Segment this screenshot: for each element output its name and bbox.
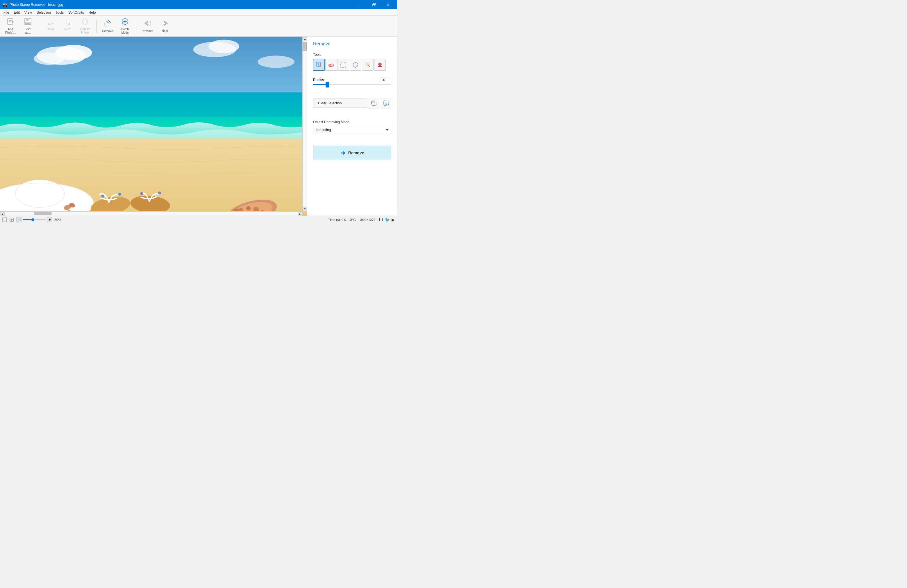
- selection-actions-section: Clear Selection: [307, 95, 397, 117]
- clear-selection-button[interactable]: Clear Selection: [313, 99, 367, 108]
- scroll-left-button[interactable]: ◄: [0, 211, 5, 216]
- undo-button[interactable]: ↩ Undo: [42, 18, 58, 35]
- save-as-button[interactable]: Saveas...: [20, 18, 36, 35]
- rect-select-tool[interactable]: [338, 59, 349, 70]
- status-icons: ℹ f 🐦 ▶: [379, 218, 395, 222]
- svg-rect-9: [26, 22, 30, 24]
- right-panel: Remove Tools: [307, 37, 397, 216]
- toolbar: AddFile(s)... Saveas... ↩ Undo ↪ Redo: [0, 16, 397, 37]
- scroll-track-h: [5, 211, 298, 216]
- scroll-right-button[interactable]: ►: [298, 211, 302, 216]
- svg-rect-7: [28, 19, 29, 21]
- redo-label: Redo: [64, 27, 71, 31]
- svg-point-48: [246, 206, 251, 210]
- svg-point-56: [319, 64, 320, 66]
- radius-row: Radius: [313, 78, 391, 82]
- mode-select[interactable]: Inpainting Texture Synthesis Smear: [313, 126, 391, 134]
- object-removing-mode-label: Object Removing Mode: [313, 120, 391, 124]
- menu-edit[interactable]: Edit: [11, 10, 22, 15]
- add-files-button[interactable]: AddFile(s)...: [2, 18, 19, 35]
- batch-mode-label: BatchMode: [121, 27, 129, 35]
- horizontal-scrollbar[interactable]: ◄ ►: [0, 211, 302, 216]
- menu-softorbits[interactable]: SoftOrbits: [66, 10, 86, 15]
- title-bar: 📷 Photo Stamp Remover - beach.jpg – 🗗 ✕: [0, 0, 397, 9]
- remove-toolbar-label: Remove: [102, 29, 113, 33]
- menu-bar: File Edit View Selection Tools SoftOrbit…: [0, 9, 397, 16]
- tools-section: Tools: [307, 49, 397, 74]
- add-files-icon: [6, 18, 14, 27]
- twitter-icon[interactable]: 🐦: [385, 218, 390, 222]
- radius-input[interactable]: [380, 78, 391, 82]
- scroll-thumb-v[interactable]: [303, 42, 307, 51]
- svg-rect-59: [341, 62, 346, 67]
- save-selection-button[interactable]: [369, 98, 379, 108]
- info-icon[interactable]: ℹ: [379, 218, 380, 222]
- image-dimensions: 1920×1279: [359, 218, 375, 221]
- remove-button[interactable]: ➜ Remove: [313, 146, 391, 160]
- zoom-value: 50%: [54, 218, 61, 221]
- radius-slider-thumb[interactable]: [325, 82, 329, 88]
- add-files-label: AddFile(s)...: [5, 27, 16, 35]
- remove-arrow-icon: ➜: [340, 149, 345, 156]
- youtube-icon[interactable]: ▶: [392, 218, 395, 222]
- previous-button[interactable]: Previous: [139, 18, 155, 35]
- next-button[interactable]: Next: [157, 18, 173, 35]
- svg-point-26: [34, 53, 64, 65]
- main-layout: ▲ ▼ ◄ ► Remove Tools: [0, 37, 397, 216]
- menu-view[interactable]: View: [22, 10, 34, 15]
- previous-icon: [143, 19, 152, 29]
- mode-section: Object Removing Mode Inpainting Texture …: [307, 117, 397, 142]
- save-as-icon: [24, 18, 32, 27]
- remove-button-section: ➜ Remove: [307, 142, 397, 163]
- undo-label: Undo: [47, 27, 54, 31]
- redo-button[interactable]: ↪ Redo: [59, 18, 76, 35]
- svg-rect-31: [0, 93, 307, 117]
- redo-icon: ↪: [66, 21, 71, 27]
- remove-button-label: Remove: [348, 151, 364, 155]
- clear-selection-label: Clear Selection: [318, 101, 341, 105]
- undo-icon: ↩: [48, 21, 53, 27]
- minimize-button[interactable]: –: [354, 0, 367, 9]
- scroll-up-button[interactable]: ▲: [303, 37, 307, 41]
- eraser-tool[interactable]: [325, 59, 337, 70]
- zoom-out-button[interactable]: –: [16, 217, 21, 222]
- facebook-icon[interactable]: f: [382, 218, 383, 222]
- toolbar-sep-3: [136, 19, 136, 33]
- load-selection-button[interactable]: [381, 98, 391, 108]
- menu-tools[interactable]: Tools: [53, 10, 66, 15]
- zoom-in-button[interactable]: +: [47, 217, 52, 222]
- remove-toolbar-button[interactable]: Remove: [99, 18, 116, 35]
- vertical-scrollbar[interactable]: ▲ ▼: [302, 37, 307, 211]
- radius-slider-track[interactable]: [313, 84, 391, 85]
- svg-rect-70: [378, 66, 382, 67]
- save-as-label: Saveas...: [25, 27, 31, 35]
- original-image-button[interactable]: OriginalImage: [77, 18, 93, 35]
- menu-help[interactable]: Help: [87, 10, 98, 15]
- lasso-tool[interactable]: [350, 59, 361, 70]
- original-image-icon: [82, 18, 89, 26]
- canvas-area[interactable]: ▲ ▼ ◄ ►: [0, 37, 307, 216]
- magic-wand-tool[interactable]: [362, 59, 373, 70]
- scroll-down-button[interactable]: ▼: [303, 207, 307, 211]
- zoom-slider-track[interactable]: [23, 219, 46, 220]
- fit-icon: [9, 218, 14, 222]
- remove-toolbar-icon: [104, 19, 112, 29]
- svg-rect-78: [3, 218, 7, 222]
- menu-selection[interactable]: Selection: [34, 10, 53, 15]
- close-button[interactable]: ✕: [381, 0, 395, 9]
- svg-line-67: [365, 62, 366, 63]
- brush-tool[interactable]: [313, 59, 325, 70]
- batch-mode-button[interactable]: BatchMode: [117, 18, 133, 35]
- stamp-tool[interactable]: [374, 59, 386, 70]
- menu-file[interactable]: File: [1, 10, 11, 15]
- window-title: Photo Stamp Remover - beach.jpg: [10, 3, 63, 7]
- time-label: Time (s): 0.0: [328, 218, 346, 221]
- toolbar-sep-2: [96, 19, 96, 33]
- beach-image: [0, 37, 307, 216]
- svg-point-43: [140, 192, 143, 195]
- svg-point-28: [208, 40, 239, 53]
- batch-mode-icon: [121, 18, 129, 27]
- scroll-thumb-h[interactable]: [34, 212, 51, 215]
- zoom-slider-thumb[interactable]: [31, 218, 34, 221]
- maximize-button[interactable]: 🗗: [367, 0, 381, 9]
